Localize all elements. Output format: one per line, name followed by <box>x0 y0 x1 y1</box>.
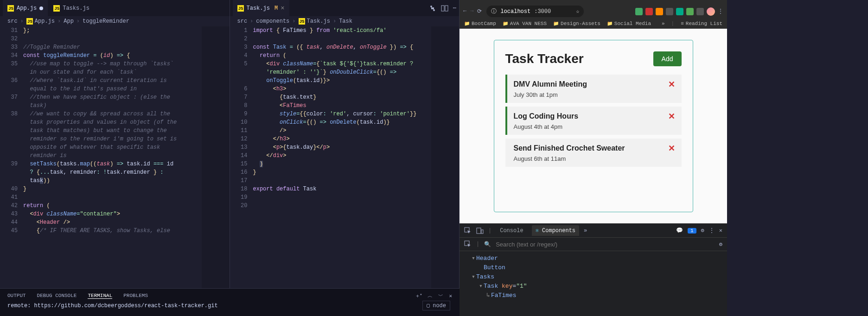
task-day: August 6th at 11am <box>514 155 675 162</box>
extension-icon[interactable] <box>645 8 653 15</box>
close-tab-icon[interactable]: × <box>281 5 284 12</box>
editor-tab[interactable]: JSApp.js <box>3 0 48 16</box>
tab-label: App.js <box>17 5 37 12</box>
breadcrumb-item[interactable]: toggleReminder <box>83 18 129 25</box>
breadcrumb-item[interactable]: JSApp.js <box>26 18 55 25</box>
element-picker-icon[interactable] <box>464 240 472 248</box>
minimap[interactable] <box>202 26 230 288</box>
js-file-icon: JS <box>7 5 14 12</box>
code-area-left[interactable]: 313233343536373839404142434445 };//Toggl… <box>0 26 230 288</box>
editor-tab[interactable]: JSTasks.js <box>49 0 94 16</box>
code-content[interactable]: import { FaTimes } from 'react-icons/fa'… <box>253 26 432 288</box>
bookmark-item[interactable]: AVA VAN NESS <box>503 21 547 26</box>
panel-tab-terminal[interactable]: TERMINAL <box>88 293 112 299</box>
more-actions-icon[interactable]: ⋯ <box>453 5 456 12</box>
close-panel-icon[interactable]: ✕ <box>449 293 452 299</box>
panel-tab-output[interactable]: OUTPUT <box>7 293 26 298</box>
devtools-tab-components[interactable]: ⚛ Components <box>532 225 579 236</box>
extension-icon[interactable] <box>635 8 643 15</box>
panel-tab-problems[interactable]: PROBLEMS <box>123 293 148 298</box>
modified-indicator: M <box>274 5 278 12</box>
delete-task-icon[interactable]: ✕ <box>668 143 675 153</box>
delete-task-icon[interactable]: ✕ <box>668 111 675 121</box>
settings-gear-icon[interactable]: ⚙ <box>701 227 704 234</box>
more-bookmarks[interactable]: » <box>662 21 665 26</box>
chevron-down-icon[interactable]: ﹀ <box>438 292 443 299</box>
svg-rect-1 <box>445 6 448 11</box>
tree-node[interactable]: Button <box>464 263 722 272</box>
add-button[interactable]: Add <box>653 51 682 66</box>
chevron-up-icon[interactable]: ︿ <box>428 292 433 299</box>
error-badge[interactable]: 1 <box>688 228 696 234</box>
bookmark-item[interactable]: BootCamp <box>464 21 496 26</box>
svg-rect-4 <box>481 230 483 234</box>
bookmark-item[interactable]: Social Media <box>607 21 651 26</box>
close-devtools-icon[interactable]: ✕ <box>719 227 722 234</box>
tree-node[interactable]: ▾Tasks <box>464 272 722 282</box>
breadcrumb-item[interactable]: src <box>7 18 18 25</box>
code-area-right[interactable]: 1234567891011121314151617181920 import {… <box>230 26 460 288</box>
tab-label: Tasks.js <box>63 5 89 12</box>
profile-avatar[interactable] <box>707 7 715 16</box>
task-item[interactable]: Send Finished Crochet Sweater✕August 6th… <box>505 139 682 167</box>
compare-changes-icon[interactable] <box>429 5 436 12</box>
breadcrumb-item[interactable]: JSTask.js <box>299 18 330 25</box>
split-editor-icon[interactable] <box>441 5 448 12</box>
menu-icon[interactable]: ⋮ <box>718 8 723 15</box>
more-icon[interactable]: ⋮ <box>709 227 715 234</box>
breadcrumb-item[interactable]: src <box>237 18 248 25</box>
tree-node[interactable]: ↳FaTimes <box>464 291 722 300</box>
site-info-icon[interactable]: ⓘ <box>491 7 497 15</box>
settings-gear-icon[interactable]: ⚙ <box>719 241 722 248</box>
inspect-icon[interactable] <box>464 227 472 234</box>
tasks-list: DMV Alumni Meeting✕July 30th at 1pmLog C… <box>505 75 682 167</box>
extension-icon[interactable] <box>686 8 694 15</box>
breadcrumb-item[interactable]: components <box>256 18 289 25</box>
bookmarks-bar: BootCampAVA VAN NESSDesign-AssetsSocial … <box>460 19 727 29</box>
extension-icon[interactable] <box>666 8 673 15</box>
list-icon: ≡ <box>681 21 684 26</box>
panel-tab-debug-console[interactable]: DEBUG CONSOLE <box>37 293 77 298</box>
extensions-row: ⋮ <box>635 7 723 16</box>
component-tree[interactable]: ▾HeaderButton▾Tasks▾Task key="1"↳FaTimes <box>460 251 727 303</box>
terminal-selector[interactable]: ▢ node <box>422 301 450 310</box>
task-item[interactable]: DMV Alumni Meeting✕July 30th at 1pm <box>505 75 682 103</box>
devtools-tabs: | Console⚛ Components» 💬 1 ⚙ ⋮ ✕ <box>460 224 727 238</box>
extension-icon[interactable] <box>676 8 683 15</box>
terminal-output[interactable]: remote: https://github.com/dcbeergoddess… <box>0 303 460 309</box>
code-content[interactable]: };//Toggle Reminderconst toggleReminder … <box>23 26 202 288</box>
address-bar[interactable]: ⓘ localhost:3000 ☆ <box>486 6 584 17</box>
breadcrumb-item[interactable]: Task <box>339 18 352 25</box>
component-search-input[interactable] <box>496 241 715 248</box>
url-port: :3000 <box>534 8 551 15</box>
breadcrumbs-left[interactable]: src›JSApp.js›App›toggleReminder <box>0 16 230 26</box>
more-tabs-icon[interactable]: » <box>584 228 587 234</box>
bookmark-item[interactable]: Design-Assets <box>553 21 600 26</box>
reload-icon[interactable]: ⟳ <box>477 8 482 15</box>
reading-list[interactable]: ≡ Reading List <box>681 21 722 26</box>
extension-icon[interactable] <box>656 8 663 15</box>
star-icon[interactable]: ☆ <box>576 8 579 15</box>
breadcrumb-item[interactable]: App <box>64 18 74 25</box>
minimap[interactable] <box>431 26 459 288</box>
back-icon[interactable]: ← <box>463 8 466 15</box>
panel-actions: ＋▾ ︿ ﹀ ✕ <box>415 292 452 299</box>
delete-task-icon[interactable]: ✕ <box>668 79 675 89</box>
task-day: July 30th at 1pm <box>514 91 675 98</box>
task-item[interactable]: Log Coding Hours✕August 4th at 4pm <box>505 107 682 135</box>
vscode-window: JSApp.jsJSTasks.js src›JSApp.js›App›togg… <box>0 0 460 316</box>
forward-icon[interactable]: → <box>470 8 473 15</box>
puzzle-icon[interactable] <box>696 8 704 15</box>
editor-tab[interactable]: JSTask.jsM× <box>233 0 289 16</box>
device-toggle-icon[interactable] <box>476 227 484 234</box>
devtools-tab-console[interactable]: Console <box>496 226 527 236</box>
url-host: localhost <box>500 8 530 15</box>
browser-tab-strip[interactable] <box>460 0 727 4</box>
tree-node[interactable]: ▾Task key="1" <box>464 282 722 291</box>
breadcrumbs-right[interactable]: src›components›JSTask.js›Task <box>230 16 460 26</box>
message-icon[interactable]: 💬 <box>676 227 683 234</box>
new-terminal-icon[interactable]: ＋▾ <box>415 292 422 299</box>
tree-node[interactable]: ▾Header <box>464 254 722 263</box>
tab-bar-right: JSTask.jsM× ⋯ <box>230 0 460 16</box>
devtools: | Console⚛ Components» 💬 1 ⚙ ⋮ ✕ | 🔍 ⚙ ▾… <box>460 223 727 316</box>
